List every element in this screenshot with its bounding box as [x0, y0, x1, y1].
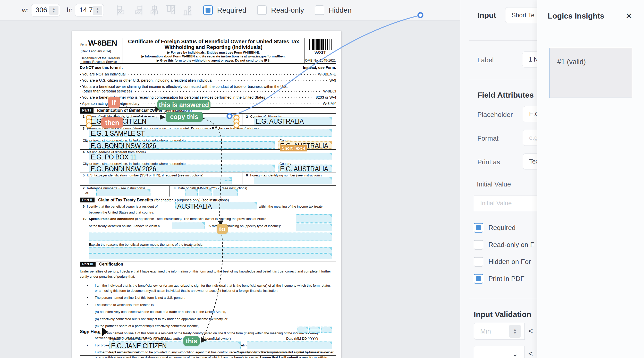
- barcode-image: [309, 39, 332, 50]
- readonly-form-toggle[interactable]: Read-only on F: [474, 240, 534, 250]
- logic-badge-copy-this[interactable]: copy this: [166, 112, 203, 122]
- logic-badge-this-is-answered[interactable]: this is answered: [157, 100, 210, 110]
- short-text-4-badge[interactable]: Short Text 4: [280, 145, 307, 151]
- input-type-dropdown[interactable]: Short Te: [505, 7, 537, 23]
- field-rate[interactable]: [172, 222, 205, 229]
- form-header-center: Certificate of Foreign Status of Benefic…: [123, 38, 304, 63]
- line10-text2: of the treaty identified on line 9 above…: [89, 224, 160, 228]
- logic-rule-card[interactable]: #1 (valid): [549, 48, 632, 98]
- field-conditions1[interactable]: [89, 233, 332, 241]
- field-ssn-notch[interactable]: [225, 177, 232, 181]
- field-article[interactable]: [296, 214, 332, 223]
- readonly-checkbox[interactable]: [257, 5, 267, 15]
- input-panel-title: Input: [477, 11, 496, 20]
- field-dob-yyyy[interactable]: [213, 189, 238, 196]
- readonly-toggle[interactable]: Read-only: [257, 5, 304, 15]
- logic-badge-this[interactable]: this: [183, 336, 200, 346]
- form-header: Form W-8BEN (Rev. February 2014) Departm…: [80, 38, 336, 64]
- pdf-document-canvas[interactable]: Form W-8BEN (Rev. February 2014) Departm…: [72, 31, 341, 358]
- form-department: Department of the TreasuryInternal Reven…: [81, 57, 120, 64]
- width-label: w:: [22, 6, 29, 14]
- part1-tag: Part I: [80, 108, 94, 113]
- field-explain2[interactable]: [89, 253, 332, 259]
- field-explain1[interactable]: [89, 247, 332, 253]
- field-country2[interactable]: E.G. AUSTRALIA: [278, 165, 332, 172]
- required-field-toggle[interactable]: Required: [474, 223, 516, 233]
- field-dob-dd[interactable]: [199, 189, 211, 196]
- required-toggle[interactable]: Required: [203, 5, 247, 15]
- print-name-label: Print name of signer: [109, 350, 139, 354]
- close-icon[interactable]: ✕: [625, 11, 632, 21]
- placeholder-input[interactable]: E.G: [523, 106, 537, 122]
- align-center-icon[interactable]: [149, 5, 159, 16]
- field-dob-mm[interactable]: [185, 189, 198, 196]
- width-input[interactable]: 306. ▲▼: [31, 4, 60, 16]
- height-label: h:: [67, 6, 72, 14]
- logic-badge-to[interactable]: to: [217, 224, 228, 234]
- initial-value-input[interactable]: Initial Value: [474, 195, 537, 211]
- toolbar: w: 306. ▲▼ h: 14.7 ▲▼: [0, 0, 460, 21]
- label-input[interactable]: 1 N: [522, 52, 537, 67]
- line9-text2: within the meaning of the income tax tre…: [259, 204, 323, 208]
- logics-insights-panel: Logics Insights ✕ #1 (valid): [537, 0, 644, 358]
- form-footer: For Paperwork Reduction Act Notice, see …: [80, 357, 336, 358]
- field-city1[interactable]: E.G. BONDI NSW 2026: [89, 141, 275, 149]
- align-left-icon[interactable]: [116, 5, 126, 16]
- height-input[interactable]: 14.7 ▲▼: [75, 4, 104, 16]
- field-citizenship[interactable]: E.G. AUSTRALIA: [254, 117, 332, 126]
- part3-bar: Part III Certification: [80, 261, 336, 267]
- required-checkbox-label: Required: [217, 6, 247, 14]
- logic-badge-if[interactable]: if: [108, 97, 120, 108]
- field-capacity[interactable]: [247, 342, 332, 349]
- field-city2[interactable]: E.G. BONDI NSW 2026: [89, 165, 275, 172]
- readonly-form-checkbox[interactable]: [474, 240, 483, 250]
- date-label: Date (MM-DD-YYYY): [286, 337, 318, 340]
- min-stepper[interactable]: ▲▼: [509, 325, 521, 338]
- print-as-dropdown[interactable]: Tex: [523, 154, 537, 169]
- field-attributes-title: Field Attributes: [477, 91, 534, 99]
- donot-row: • You are NOT an individualW-8BEN-E: [80, 72, 336, 76]
- form-header-right: W8IT OMB No. 1545-1621: [304, 38, 336, 63]
- field-reference[interactable]: [96, 189, 150, 196]
- align-right-icon[interactable]: [133, 5, 143, 16]
- line9-text1: 9I certify that the beneficial owner is …: [83, 204, 158, 208]
- min-compare-partial[interactable]: <: [528, 327, 533, 335]
- hidden-toggle[interactable]: Hidden: [315, 5, 352, 15]
- hidden-form-toggle[interactable]: Hidden on For: [474, 257, 531, 267]
- print-in-pdf-toggle[interactable]: Print in PDF: [474, 274, 524, 284]
- width-stepper[interactable]: ▲▼: [49, 6, 58, 15]
- print-as-label: Print as: [477, 158, 500, 166]
- field-income-type[interactable]: [296, 224, 332, 231]
- format-input[interactable]: e.g: [523, 130, 537, 146]
- label-field-label: Label: [477, 56, 494, 64]
- donot-header: Do NOT use this form if:Instead, use For…: [80, 65, 336, 70]
- height-stepper[interactable]: ▲▼: [93, 6, 102, 15]
- hidden-form-checkbox[interactable]: [474, 257, 483, 267]
- capacity-label: Capacity in which acting (if form is not…: [237, 350, 334, 354]
- form-word: Form: [80, 43, 87, 46]
- field-mailing[interactable]: E.G. PO BOX 11: [89, 153, 332, 160]
- required-field-checkbox[interactable]: [474, 223, 483, 233]
- height-value[interactable]: 14.7: [79, 6, 93, 14]
- line10-text4: Explain the reasons the beneficial owner…: [89, 243, 203, 246]
- form-instructions: ▶ For use by individuals. Entities must …: [123, 51, 304, 63]
- part3-tag: Part III: [80, 262, 96, 267]
- field-foreign-tin[interactable]: [254, 177, 332, 184]
- min-input[interactable]: Min ▲▼: [474, 323, 525, 340]
- part1-title: Identification of Beneficial Owner: [97, 108, 162, 113]
- validation-type-dropdown[interactable]: ⌄: [474, 346, 525, 358]
- field-ssn[interactable]: [89, 177, 232, 184]
- required-checkbox[interactable]: [203, 5, 213, 15]
- compare-partial-2[interactable]: <: [528, 349, 533, 358]
- hidden-checkbox[interactable]: [315, 5, 324, 15]
- print-in-pdf-checkbox[interactable]: [474, 274, 483, 284]
- field-print-name[interactable]: E.G. JANE CITIZEN: [109, 342, 241, 349]
- width-value[interactable]: 306.: [36, 6, 49, 14]
- field-street[interactable]: E.G. 1 SAMPLE ST: [89, 129, 332, 137]
- align-top-icon[interactable]: [166, 5, 176, 16]
- field6-label: 6Foreign tax identifying number (see ins…: [246, 173, 322, 177]
- field-treaty-country[interactable]: AUSTRALIA: [175, 202, 257, 209]
- logic-badge-then[interactable]: then: [101, 117, 123, 128]
- reference-small-text: 0AC: [84, 191, 89, 194]
- align-bottom-icon[interactable]: [182, 5, 192, 16]
